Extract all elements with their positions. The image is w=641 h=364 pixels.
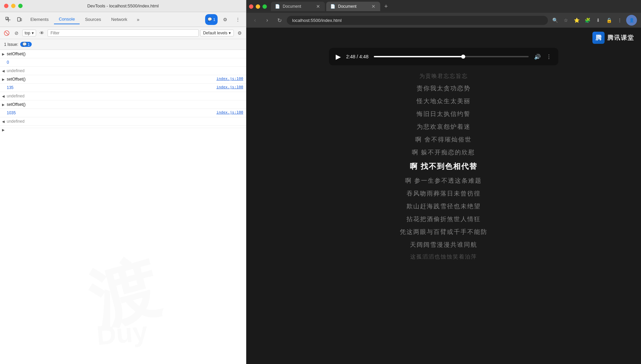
console-line: setOffset() <box>0 100 246 109</box>
browser-tab-2[interactable]: 📄 Document ✕ <box>326 2 380 11</box>
new-tab-button[interactable]: + <box>382 2 391 11</box>
console-value-line: 0 <box>0 58 246 67</box>
lyric-line: 啊 参一生参不透这条难题 <box>405 175 482 187</box>
filter-input[interactable] <box>48 29 199 37</box>
context-selector[interactable]: top ▾ <box>22 30 36 36</box>
console-prompt-line <box>0 126 246 128</box>
lyric-line: 啊 舍不得璀灿俗世 <box>415 133 472 146</box>
console-value: 135 <box>7 85 13 90</box>
lyrics-container: 为贡唤君忘忘旨忘 责你我太贪功恋势 怪大地众生太美丽 悔旧日太执信约誓 为悲欢哀… <box>246 71 641 262</box>
download-icon[interactable]: ⬇ <box>594 16 603 25</box>
inspect-icon[interactable] <box>3 14 13 25</box>
console-content[interactable]: setOffset() 0 undefined setOffset() inde… <box>0 50 246 364</box>
browser-panel: 📄 Document ✕ 📄 Document ✕ + ‹ › ↻ 🔍 ☆ ⭐ … <box>246 0 641 364</box>
watermark: 渡 Duy <box>0 256 246 364</box>
function-name: setOffset() <box>7 102 26 107</box>
tab-network[interactable]: Network <box>107 15 132 24</box>
maximize-button[interactable] <box>18 4 23 8</box>
logo-area: 腾 腾讯课堂 <box>246 28 641 45</box>
browser-minimize-btn[interactable] <box>256 4 260 9</box>
browser-chrome: 📄 Document ✕ 📄 Document ✕ + ‹ › ↻ 🔍 ☆ ⭐ … <box>246 0 641 28</box>
search-icon[interactable]: 🔍 <box>551 16 559 25</box>
tab-sources[interactable]: Sources <box>80 15 106 24</box>
address-bar: ‹ › ↻ 🔍 ☆ ⭐ 🧩 ⬇ 🔒 ⋮ 👤 <box>246 13 641 28</box>
device-icon[interactable] <box>14 14 25 25</box>
reload-button[interactable]: ↻ <box>275 16 284 25</box>
traffic-lights <box>4 4 23 8</box>
function-name: setOffset() <box>7 77 26 82</box>
eye-icon[interactable]: 👁 <box>37 29 46 37</box>
more-options-icon[interactable]: ⋮ <box>232 14 243 25</box>
tab-close-icon[interactable]: ✕ <box>371 4 375 9</box>
lyric-line: 悔旧日太执信约誓 <box>417 108 471 120</box>
profile-avatar[interactable]: 👤 <box>626 15 637 26</box>
back-button[interactable]: ‹ <box>250 16 260 25</box>
minimize-button[interactable] <box>11 4 16 8</box>
lyric-line: 这孤滔滔也蚀蚀笑着泊萍 <box>410 251 477 262</box>
chevron-down-icon: ▾ <box>229 31 231 35</box>
svg-rect-0 <box>6 17 8 19</box>
more-options-button[interactable]: ⋮ <box>546 54 552 60</box>
lyric-line: 啊 躲不开痴恋的欣慰 <box>412 146 475 158</box>
lyric-line: 责你我太贪功恋势 <box>417 82 471 94</box>
devtools-tab-bar: Elements Console Sources Network » 💬 1 ⚙… <box>0 12 246 27</box>
forward-button[interactable]: › <box>262 16 272 25</box>
console-undefined-line: undefined <box>0 67 246 75</box>
audio-player: ▶ 2:48 / 4:48 🔊 ⋮ <box>329 48 558 65</box>
progress-thumb <box>461 55 465 59</box>
more-tabs-icon[interactable]: » <box>133 14 143 25</box>
browser-close-btn[interactable] <box>249 4 253 9</box>
time-display: 2:48 / 4:48 <box>346 54 368 59</box>
window-title: DevTools - localhost:5500/index.html <box>87 3 159 8</box>
clear-console-icon[interactable]: 🚫 <box>2 29 11 37</box>
more-icon[interactable]: ⋮ <box>615 16 624 25</box>
lyric-line: 为悲欢哀怨炉着迷 <box>417 121 471 133</box>
console-undefined-line: undefined <box>0 117 246 126</box>
block-icon[interactable]: ⊘ <box>12 29 21 37</box>
volume-button[interactable]: 🔊 <box>534 54 541 60</box>
file-link[interactable]: index.js:100 <box>217 76 243 82</box>
tencent-logo-text: 腾讯课堂 <box>607 34 634 42</box>
browser-traffic-lights <box>249 4 267 9</box>
extensions-icon[interactable]: 🧩 <box>583 16 592 25</box>
browser-content[interactable]: 腾 腾讯课堂 ▶ 2:48 / 4:48 🔊 ⋮ 为贡唤君忘忘旨忘 责你我太贪功… <box>246 28 641 364</box>
console-badge[interactable]: 💬 1 <box>205 14 218 25</box>
tab-favicon-icon: 📄 <box>275 4 280 9</box>
address-input[interactable] <box>287 16 548 25</box>
lyric-line: 欺山赶海践雪径也未绝望 <box>407 200 481 212</box>
svg-rect-2 <box>21 19 22 21</box>
browser-tab-1[interactable]: 📄 Document ✕ <box>271 2 325 11</box>
console-settings-icon[interactable]: ⚙ <box>235 29 244 37</box>
browser-maximize-btn[interactable] <box>262 4 267 9</box>
play-button[interactable]: ▶ <box>336 53 341 61</box>
star-icon[interactable]: ⭐ <box>572 16 581 25</box>
browser-tab-bar: 📄 Document ✕ 📄 Document ✕ + <box>246 0 641 13</box>
lyric-line: 天阔阔雪漫漫共谁同航 <box>410 239 477 251</box>
file-link[interactable]: index.js:100 <box>217 85 243 90</box>
console-value: 0 <box>7 60 9 65</box>
settings-icon[interactable]: ⚙ <box>220 14 230 25</box>
svg-rect-1 <box>18 18 20 21</box>
close-button[interactable] <box>4 4 8 8</box>
undefined-value: undefined <box>7 94 25 98</box>
log-levels-selector[interactable]: Default levels ▾ <box>200 30 234 36</box>
issues-bar: 1 Issue: 💬 1 <box>0 39 246 50</box>
progress-bar[interactable] <box>374 56 529 57</box>
lock-icon[interactable]: 🔒 <box>605 16 613 25</box>
devtools-panel: DevTools - localhost:5500/index.html Ele… <box>0 0 246 364</box>
lyric-line: 怪大地众生太美丽 <box>417 95 471 107</box>
browser-tab-label: Document <box>283 4 301 9</box>
bookmark-icon[interactable]: ☆ <box>561 16 570 25</box>
file-link[interactable]: index.js:100 <box>217 110 243 116</box>
browser-action-buttons: 🔍 ☆ ⭐ 🧩 ⬇ 🔒 ⋮ 👤 <box>551 15 637 26</box>
issue-badge[interactable]: 💬 1 <box>20 42 32 47</box>
undefined-value: undefined <box>7 119 25 124</box>
undefined-value: undefined <box>7 68 25 73</box>
tab-console[interactable]: Console <box>54 14 80 24</box>
title-bar: DevTools - localhost:5500/index.html <box>0 0 246 12</box>
browser-tab-label: Document <box>338 4 357 9</box>
lyric-line: 拈花把酒偷折煞世人情狂 <box>407 213 481 225</box>
tab-close-icon[interactable]: ✕ <box>316 4 320 9</box>
tab-elements[interactable]: Elements <box>26 15 53 24</box>
lyric-line: 凭这两眼与百臂或千手不能防 <box>400 226 487 238</box>
